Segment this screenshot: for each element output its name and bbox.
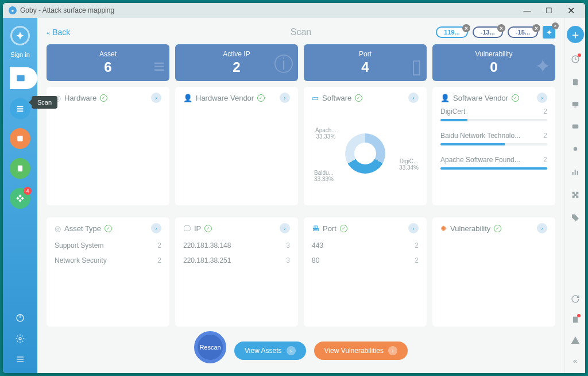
list-item[interactable]: 220.181.38.2513 — [183, 253, 290, 268]
svg-rect-21 — [572, 317, 577, 323]
svg-rect-2 — [17, 108, 24, 109]
rescan-button[interactable]: Rescan — [194, 331, 226, 363]
sidebar-item-list[interactable] — [10, 98, 30, 119]
donut-label-apache: Apach...33.33% — [315, 127, 336, 140]
view-vulnerabilities-button[interactable]: View Vulnerabilities› — [314, 342, 408, 360]
ip-badge-icon[interactable] — [571, 122, 580, 133]
port-icon: ▯ — [411, 55, 422, 78]
svg-point-17 — [573, 147, 577, 151]
warning-icon[interactable] — [571, 336, 580, 347]
svg-rect-13 — [572, 79, 577, 86]
stat-port[interactable]: Port 4 ▯ — [304, 44, 427, 81]
window-icon: ▭ — [312, 94, 319, 102]
check-icon: ✓ — [204, 225, 212, 232]
compass-icon[interactable] — [10, 26, 30, 45]
sidebar-item-report[interactable] — [10, 158, 30, 179]
close-button[interactable]: ✕ — [562, 5, 579, 16]
arrow-right-icon: › — [287, 346, 296, 355]
arrow-right-icon: › — [388, 346, 397, 355]
clock-icon[interactable] — [571, 55, 580, 66]
sidebar-item-scan[interactable] — [10, 67, 37, 89]
check-icon: ✓ — [355, 94, 362, 102]
panel-ip: 🖵 IP ✓ › 220.181.38.1483 220.181.38.2513 — [175, 217, 298, 327]
filter-icon[interactable]: ✦ — [543, 26, 555, 39]
expand-button[interactable]: › — [408, 223, 419, 233]
check-icon: ✓ — [257, 94, 265, 102]
expand-button[interactable]: › — [280, 93, 290, 103]
list-item[interactable]: 4432 — [312, 238, 419, 253]
vendor-icon: 👤 — [440, 94, 450, 102]
monitor-icon[interactable] — [571, 101, 580, 111]
page-title: Scan — [291, 27, 311, 37]
expand-button[interactable]: › — [537, 223, 547, 233]
page-icon[interactable] — [571, 78, 579, 89]
filter-pill-2[interactable]: -13... — [473, 26, 503, 38]
back-button[interactable]: «Back — [47, 28, 70, 37]
menu-icon[interactable] — [16, 355, 25, 366]
collapse-icon[interactable]: « — [573, 356, 577, 365]
svg-rect-18 — [572, 172, 573, 175]
right-sidebar: ＋ — [564, 18, 585, 373]
sign-in-link[interactable]: Sign in — [10, 51, 30, 58]
svg-rect-19 — [574, 170, 575, 175]
vendor-icon: 👤 — [183, 94, 192, 102]
sidebar-badge: 4 — [24, 187, 32, 195]
bug-icon[interactable] — [571, 144, 580, 156]
ip-icon: ⓘ — [274, 51, 293, 78]
chart-icon[interactable] — [571, 167, 580, 179]
svg-rect-4 — [17, 136, 22, 141]
titlebar: ● Goby - Attack surface mapping — ☐ ✕ — [3, 3, 585, 18]
list-item[interactable]: 220.181.38.1483 — [183, 238, 290, 253]
svg-rect-0 — [17, 75, 25, 82]
panel-software: ▭ Software ✓ › Apach...33.33% DigiC...33… — [304, 87, 427, 205]
app-icon: ● — [9, 6, 17, 14]
check-icon: ✓ — [512, 94, 519, 102]
stat-vulnerability[interactable]: Vulnerability 0 ✦ — [432, 44, 555, 81]
check-icon: ✓ — [340, 225, 347, 232]
svg-rect-20 — [577, 171, 578, 175]
vendor-row[interactable]: DigiCert2 — [440, 108, 547, 121]
minimize-button[interactable]: — — [519, 5, 536, 16]
expand-button[interactable]: › — [280, 223, 290, 233]
target-icon: ◎ — [55, 224, 61, 233]
log-icon[interactable] — [571, 315, 579, 327]
power-icon[interactable] — [16, 313, 25, 325]
list-item[interactable]: Support System2 — [55, 238, 161, 253]
svg-rect-14 — [572, 102, 578, 106]
filter-pill-1[interactable]: 119... — [436, 26, 468, 38]
expand-button[interactable]: › — [408, 93, 419, 103]
monitor-icon: 🖵 — [183, 224, 191, 233]
left-sidebar: Sign in Scan 4 — [3, 18, 37, 373]
svg-rect-16 — [572, 125, 578, 129]
panel-hardware-vendor: 👤 Hardware Vendor ✓ › — [175, 87, 298, 205]
view-assets-button[interactable]: View Assets› — [234, 342, 305, 360]
list-item[interactable]: 802 — [312, 253, 419, 268]
list-item[interactable]: Network Security2 — [55, 253, 161, 268]
panel-software-vendor: 👤 Software Vendor ✓ › DigiCert2 Baidu Ne… — [432, 87, 555, 205]
svg-rect-5 — [18, 166, 22, 172]
expand-button[interactable]: › — [537, 93, 547, 103]
vendor-row[interactable]: Apache Software Found...2 — [440, 156, 547, 170]
vendor-row[interactable]: Baidu Network Technolo...2 — [440, 132, 547, 145]
svg-rect-1 — [17, 106, 24, 107]
filter-pill-3[interactable]: -15... — [508, 26, 538, 38]
sidebar-item-box[interactable] — [10, 128, 30, 149]
puzzle-icon[interactable] — [571, 190, 580, 202]
panel-asset-type: ◎ Asset Type ✓ › Support System2 Network… — [47, 217, 169, 327]
stat-active-ip[interactable]: Active IP 2 ⓘ — [175, 44, 298, 81]
bug-icon: ✦ — [535, 55, 551, 78]
panel-hardware: ◎ Hardware ✓ › — [47, 87, 169, 205]
stat-asset[interactable]: Asset 6 ≡ — [47, 44, 169, 81]
software-donut-chart — [345, 133, 385, 174]
expand-button[interactable]: › — [151, 93, 161, 103]
bug-icon: ✹ — [440, 224, 447, 233]
check-icon: ✓ — [494, 225, 501, 232]
gear-icon[interactable] — [16, 334, 25, 346]
sidebar-item-plugin[interactable]: 4 — [10, 188, 30, 209]
refresh-icon[interactable] — [571, 294, 580, 306]
plus-button[interactable]: ＋ — [567, 26, 584, 43]
maximize-button[interactable]: ☐ — [540, 5, 558, 16]
expand-button[interactable]: › — [151, 223, 161, 233]
donut-label-baidu: Baidu...33.33% — [314, 170, 334, 182]
tag-icon[interactable] — [571, 213, 580, 225]
